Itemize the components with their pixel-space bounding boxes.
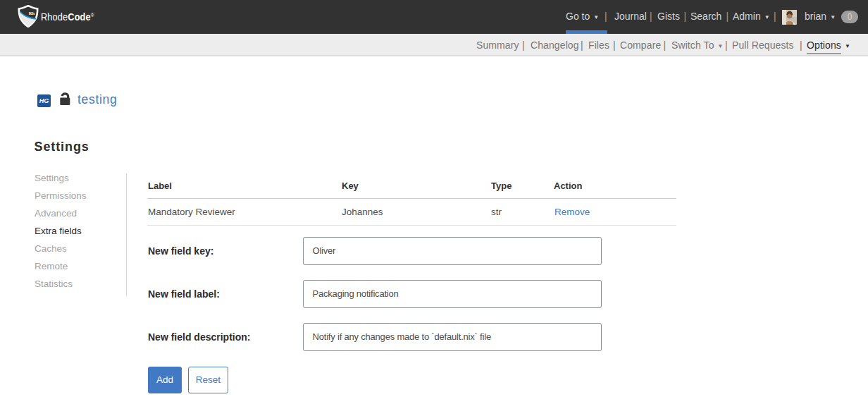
svg-text:Rh: Rh	[29, 11, 35, 16]
